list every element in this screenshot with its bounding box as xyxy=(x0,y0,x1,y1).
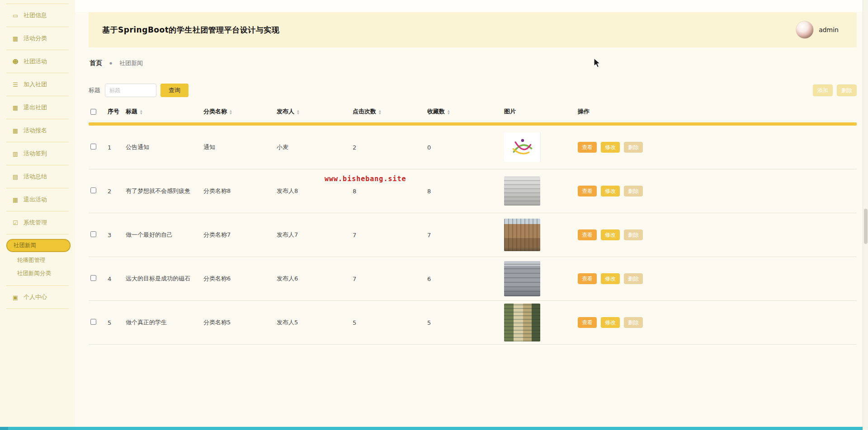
table-row: 4 远大的目标是成功的磁石 分类名称6 发布人6 7 6 查看 修改 删除 xyxy=(89,257,857,301)
cell-title: 有了梦想就不会感到疲惫 xyxy=(126,187,203,195)
edit-button[interactable]: 修改 xyxy=(601,229,620,240)
sidebar-item-label: 社团活动 xyxy=(24,57,47,65)
sort-icon[interactable]: ▲▼ xyxy=(140,109,142,114)
cell-favorites: 5 xyxy=(427,319,504,326)
sidebar-item-quit-activity[interactable]: ▦ 退出活动 xyxy=(6,188,69,211)
club-logo-graphic xyxy=(509,136,535,158)
row-actions: 查看 修改 删除 xyxy=(578,273,857,284)
sidebar-item-partial xyxy=(6,0,69,4)
edit-button[interactable]: 修改 xyxy=(601,317,620,328)
cell-category: 分类名称5 xyxy=(203,318,277,327)
sort-icon[interactable]: ▲▼ xyxy=(230,109,232,114)
cell-title: 做个真正的学生 xyxy=(126,318,203,327)
cell-no: 1 xyxy=(108,144,126,151)
breadcrumb-separator-icon: ● xyxy=(109,61,112,65)
row-delete-button[interactable]: 删除 xyxy=(624,186,643,196)
sidebar-item-club-activity[interactable]: ☻ 社团活动 xyxy=(6,50,69,73)
sidebar-item-quit-club[interactable]: ▦ 退出社团 xyxy=(6,96,69,119)
row-delete-button[interactable]: 删除 xyxy=(624,229,643,240)
column-header-publisher[interactable]: 发布人 ▲▼ xyxy=(277,108,353,116)
sort-icon[interactable]: ▲▼ xyxy=(297,109,299,114)
column-label: 序号 xyxy=(108,108,119,116)
submenu-item-club-news-category[interactable]: 社团新闻分类 xyxy=(6,267,69,280)
user-icon: ☻ xyxy=(12,58,19,65)
list-icon: ☰ xyxy=(12,81,19,88)
sidebar-item-label: 社团信息 xyxy=(24,11,47,19)
add-button[interactable]: 添加 xyxy=(813,84,833,96)
checkbox-icon: ☑ xyxy=(12,220,19,226)
row-actions: 查看 修改 删除 xyxy=(578,229,857,240)
row-delete-button[interactable]: 删除 xyxy=(624,142,643,153)
row-checkbox[interactable] xyxy=(90,319,96,325)
row-checkbox[interactable] xyxy=(90,231,96,237)
row-checkbox[interactable] xyxy=(90,275,96,281)
edit-button[interactable]: 修改 xyxy=(601,186,620,196)
column-label: 图片 xyxy=(504,108,516,116)
row-delete-button[interactable]: 删除 xyxy=(624,317,643,328)
sidebar-item-label: 活动分类 xyxy=(24,34,47,42)
row-checkbox[interactable] xyxy=(90,187,96,193)
view-button[interactable]: 查看 xyxy=(578,317,597,328)
cell-favorites: 7 xyxy=(427,232,504,238)
column-header-clicks[interactable]: 点击次数 ▲▼ xyxy=(353,108,427,116)
sort-icon[interactable]: ▲▼ xyxy=(448,109,450,114)
column-header-category[interactable]: 分类名称 ▲▼ xyxy=(203,108,277,116)
table-row: 1 公告通知 通知 小麦 2 0 查看 修改 删除 xyxy=(89,126,857,169)
news-image-brown-building xyxy=(504,219,540,251)
sidebar-item-system-management[interactable]: ☑ 系统管理 xyxy=(6,211,69,234)
cell-publisher: 发布人7 xyxy=(277,231,353,239)
column-header-title[interactable]: 标题 ▲▼ xyxy=(126,108,203,116)
user-box: admin xyxy=(796,21,839,39)
comment-icon: ▭ xyxy=(12,12,19,19)
row-delete-button[interactable]: 删除 xyxy=(624,273,643,284)
cell-clicks: 7 xyxy=(353,276,427,282)
sort-icon[interactable]: ▲▼ xyxy=(379,109,381,114)
submenu-item-carousel-management[interactable]: 轮播图管理 xyxy=(6,254,69,267)
view-button[interactable]: 查看 xyxy=(578,142,597,153)
sidebar-item-label: 退出活动 xyxy=(24,196,47,204)
column-label: 操作 xyxy=(578,108,590,116)
column-header-no: 序号 xyxy=(108,108,126,116)
view-button[interactable]: 查看 xyxy=(578,186,597,196)
cell-no: 2 xyxy=(108,188,126,195)
breadcrumb-home-link[interactable]: 首页 xyxy=(90,59,102,67)
edit-button[interactable]: 修改 xyxy=(601,273,620,284)
cell-clicks: 8 xyxy=(353,188,427,195)
table-row: 2 有了梦想就不会感到疲惫 分类名称8 发布人8 8 8 查看 修改 删除 xyxy=(89,169,857,213)
cell-publisher: 发布人6 xyxy=(277,275,353,283)
sidebar: ▭ 社团信息 ▦ 活动分类 ☻ 社团活动 ☰ 加入社团 ▦ 退出社团 ▦ 活动报… xyxy=(0,0,75,430)
title-filter-input[interactable] xyxy=(105,84,156,97)
view-button[interactable]: 查看 xyxy=(578,229,597,240)
row-checkbox[interactable] xyxy=(90,144,96,150)
sidebar-item-activity-signup[interactable]: ▦ 活动报名 xyxy=(6,119,69,142)
cell-publisher: 发布人8 xyxy=(277,187,353,195)
scrollbar-track xyxy=(863,0,868,430)
grid-icon: ▦ xyxy=(12,127,19,134)
delete-button[interactable]: 删除 xyxy=(837,84,857,96)
sidebar-item-activity-category[interactable]: ▦ 活动分类 xyxy=(6,27,69,50)
sidebar-item-club-info[interactable]: ▭ 社团信息 xyxy=(6,4,69,27)
sidebar-item-label: 退出社团 xyxy=(24,103,47,112)
submenu-item-club-news[interactable]: 社团新闻 xyxy=(6,239,71,252)
sidebar-item-activity-checkin[interactable]: ▥ 活动签到 xyxy=(6,142,69,165)
sidebar-item-label: 加入社团 xyxy=(24,80,47,89)
sidebar-item-personal-center[interactable]: ▣ 个人中心 xyxy=(6,286,69,309)
news-image-courtyard-building xyxy=(504,261,540,296)
grid-icon: ▦ xyxy=(12,104,19,111)
sidebar-item-activity-summary[interactable]: ▤ 活动总结 xyxy=(6,165,69,188)
search-button[interactable]: 查询 xyxy=(160,84,189,97)
sidebar-item-label: 活动总结 xyxy=(24,173,47,181)
sidebar-item-label: 活动签到 xyxy=(24,150,47,158)
cell-category: 分类名称8 xyxy=(203,187,277,195)
select-all-checkbox[interactable] xyxy=(90,109,96,115)
view-button[interactable]: 查看 xyxy=(578,273,597,284)
edit-button[interactable]: 修改 xyxy=(601,142,620,153)
scrollbar-thumb[interactable] xyxy=(864,209,868,244)
cell-category: 通知 xyxy=(203,143,277,151)
sidebar-item-join-club[interactable]: ☰ 加入社团 xyxy=(6,73,69,96)
document-icon: ▤ xyxy=(12,173,19,180)
cell-favorites: 6 xyxy=(427,276,504,282)
sidebar-item-label: 系统管理 xyxy=(24,219,47,227)
column-header-favorites[interactable]: 收藏数 ▲▼ xyxy=(427,108,504,116)
cell-favorites: 8 xyxy=(427,188,504,195)
